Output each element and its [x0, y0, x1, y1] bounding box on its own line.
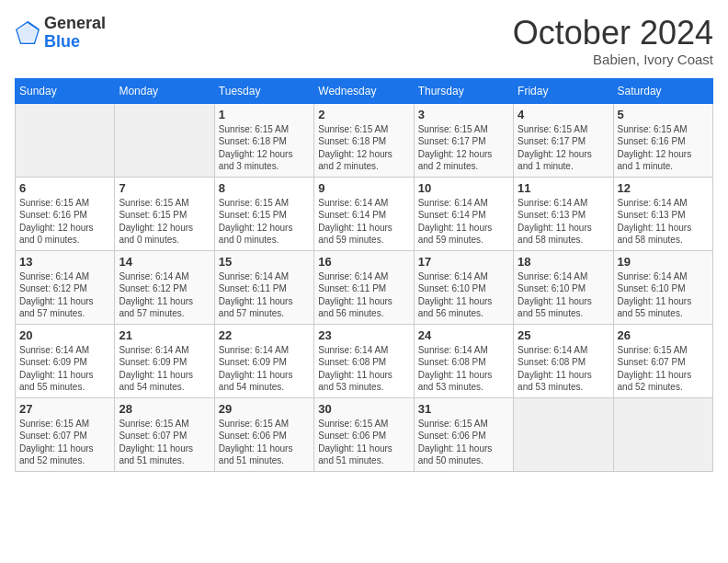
day-info: Sunrise: 6:14 AM Sunset: 6:09 PM Dayligh… — [119, 344, 210, 394]
day-number: 4 — [518, 108, 609, 121]
day-info: Sunrise: 6:14 AM Sunset: 6:12 PM Dayligh… — [19, 270, 110, 320]
day-info: Sunrise: 6:15 AM Sunset: 6:17 PM Dayligh… — [518, 123, 609, 173]
calendar-cell: 24Sunrise: 6:14 AM Sunset: 6:08 PM Dayli… — [414, 324, 513, 397]
calendar-cell: 3Sunrise: 6:15 AM Sunset: 6:17 PM Daylig… — [414, 103, 513, 177]
day-number: 23 — [318, 328, 409, 342]
day-number: 6 — [19, 181, 110, 195]
logo-text: General Blue — [44, 15, 106, 52]
day-info: Sunrise: 6:15 AM Sunset: 6:06 PM Dayligh… — [418, 418, 509, 467]
day-info: Sunrise: 6:14 AM Sunset: 6:14 PM Dayligh… — [318, 197, 409, 247]
day-number: 3 — [418, 108, 509, 121]
weekday-header-cell: Monday — [115, 78, 214, 103]
calendar-cell: 31Sunrise: 6:15 AM Sunset: 6:06 PM Dayli… — [414, 397, 513, 471]
weekday-header-row: SundayMondayTuesdayWednesdayThursdayFrid… — [16, 78, 713, 103]
day-info: Sunrise: 6:15 AM Sunset: 6:15 PM Dayligh… — [119, 197, 210, 247]
day-info: Sunrise: 6:15 AM Sunset: 6:16 PM Dayligh… — [19, 197, 110, 247]
calendar-cell: 21Sunrise: 6:14 AM Sunset: 6:09 PM Dayli… — [115, 324, 214, 397]
day-number: 24 — [418, 328, 509, 342]
calendar-cell: 11Sunrise: 6:14 AM Sunset: 6:13 PM Dayli… — [514, 177, 613, 250]
calendar-cell: 19Sunrise: 6:14 AM Sunset: 6:10 PM Dayli… — [613, 250, 712, 324]
calendar-cell: 2Sunrise: 6:15 AM Sunset: 6:18 PM Daylig… — [314, 103, 414, 177]
calendar-cell: 10Sunrise: 6:14 AM Sunset: 6:14 PM Dayli… — [414, 177, 513, 250]
day-number: 20 — [19, 328, 110, 342]
weekday-header-cell: Saturday — [613, 78, 712, 103]
day-number: 2 — [318, 108, 409, 121]
calendar-cell — [613, 397, 712, 471]
day-info: Sunrise: 6:15 AM Sunset: 6:06 PM Dayligh… — [318, 418, 409, 467]
calendar-cell — [514, 397, 613, 471]
day-info: Sunrise: 6:14 AM Sunset: 6:09 PM Dayligh… — [19, 344, 110, 394]
month-year: October 2024 — [513, 15, 713, 52]
day-number: 1 — [219, 108, 310, 121]
day-number: 18 — [518, 255, 609, 269]
day-info: Sunrise: 6:14 AM Sunset: 6:10 PM Dayligh… — [418, 270, 509, 320]
weekday-header-cell: Sunday — [16, 78, 115, 103]
title-block: October 2024 Babien, Ivory Coast — [513, 15, 713, 67]
weekday-header-cell: Tuesday — [214, 78, 313, 103]
day-number: 12 — [618, 181, 709, 195]
day-number: 19 — [618, 255, 709, 269]
location: Babien, Ivory Coast — [513, 52, 713, 67]
calendar-cell: 26Sunrise: 6:15 AM Sunset: 6:07 PM Dayli… — [613, 324, 712, 397]
calendar-cell: 28Sunrise: 6:15 AM Sunset: 6:07 PM Dayli… — [115, 397, 214, 471]
weekday-header-cell: Thursday — [414, 78, 513, 103]
day-number: 27 — [19, 402, 110, 416]
day-info: Sunrise: 6:15 AM Sunset: 6:16 PM Dayligh… — [618, 123, 709, 173]
day-info: Sunrise: 6:15 AM Sunset: 6:06 PM Dayligh… — [219, 418, 310, 467]
logo-icon — [15, 20, 40, 46]
day-number: 31 — [418, 402, 509, 416]
day-info: Sunrise: 6:14 AM Sunset: 6:13 PM Dayligh… — [618, 197, 709, 247]
day-info: Sunrise: 6:15 AM Sunset: 6:18 PM Dayligh… — [219, 123, 310, 173]
calendar-cell: 18Sunrise: 6:14 AM Sunset: 6:10 PM Dayli… — [514, 250, 613, 324]
day-info: Sunrise: 6:15 AM Sunset: 6:07 PM Dayligh… — [618, 344, 709, 394]
weekday-header-cell: Friday — [514, 78, 613, 103]
calendar-cell — [16, 103, 115, 177]
calendar-cell: 12Sunrise: 6:14 AM Sunset: 6:13 PM Dayli… — [613, 177, 712, 250]
calendar-cell: 4Sunrise: 6:15 AM Sunset: 6:17 PM Daylig… — [514, 103, 613, 177]
day-info: Sunrise: 6:14 AM Sunset: 6:08 PM Dayligh… — [418, 344, 509, 394]
calendar-week-row: 6Sunrise: 6:15 AM Sunset: 6:16 PM Daylig… — [16, 177, 713, 250]
day-number: 22 — [219, 328, 310, 342]
calendar-cell: 8Sunrise: 6:15 AM Sunset: 6:15 PM Daylig… — [214, 177, 313, 250]
day-number: 26 — [618, 328, 709, 342]
day-number: 8 — [219, 181, 310, 195]
calendar-cell: 5Sunrise: 6:15 AM Sunset: 6:16 PM Daylig… — [613, 103, 712, 177]
calendar-cell: 20Sunrise: 6:14 AM Sunset: 6:09 PM Dayli… — [16, 324, 115, 397]
calendar-cell: 27Sunrise: 6:15 AM Sunset: 6:07 PM Dayli… — [16, 397, 115, 471]
day-number: 9 — [318, 181, 409, 195]
calendar-cell: 29Sunrise: 6:15 AM Sunset: 6:06 PM Dayli… — [214, 397, 313, 471]
day-info: Sunrise: 6:15 AM Sunset: 6:17 PM Dayligh… — [418, 123, 509, 173]
calendar-cell: 7Sunrise: 6:15 AM Sunset: 6:15 PM Daylig… — [115, 177, 214, 250]
day-number: 14 — [119, 255, 210, 269]
calendar-cell: 17Sunrise: 6:14 AM Sunset: 6:10 PM Dayli… — [414, 250, 513, 324]
calendar-cell: 22Sunrise: 6:14 AM Sunset: 6:09 PM Dayli… — [214, 324, 313, 397]
logo: General Blue — [15, 15, 106, 52]
day-number: 30 — [318, 402, 409, 416]
logo-blue: Blue — [44, 32, 80, 51]
day-number: 7 — [119, 181, 210, 195]
day-info: Sunrise: 6:14 AM Sunset: 6:08 PM Dayligh… — [518, 344, 609, 394]
day-number: 5 — [618, 108, 709, 121]
day-number: 29 — [219, 402, 310, 416]
day-info: Sunrise: 6:15 AM Sunset: 6:15 PM Dayligh… — [219, 197, 310, 247]
day-number: 28 — [119, 402, 210, 416]
day-info: Sunrise: 6:14 AM Sunset: 6:10 PM Dayligh… — [618, 270, 709, 320]
calendar-body: 1Sunrise: 6:15 AM Sunset: 6:18 PM Daylig… — [16, 103, 713, 471]
day-info: Sunrise: 6:14 AM Sunset: 6:10 PM Dayligh… — [518, 270, 609, 320]
calendar-cell: 16Sunrise: 6:14 AM Sunset: 6:11 PM Dayli… — [314, 250, 414, 324]
calendar-week-row: 27Sunrise: 6:15 AM Sunset: 6:07 PM Dayli… — [16, 397, 713, 471]
day-info: Sunrise: 6:14 AM Sunset: 6:13 PM Dayligh… — [518, 197, 609, 247]
calendar-cell — [115, 103, 214, 177]
calendar-week-row: 13Sunrise: 6:14 AM Sunset: 6:12 PM Dayli… — [16, 250, 713, 324]
day-number: 15 — [219, 255, 310, 269]
day-info: Sunrise: 6:15 AM Sunset: 6:07 PM Dayligh… — [19, 418, 110, 467]
calendar-cell: 14Sunrise: 6:14 AM Sunset: 6:12 PM Dayli… — [115, 250, 214, 324]
day-number: 11 — [518, 181, 609, 195]
day-info: Sunrise: 6:15 AM Sunset: 6:18 PM Dayligh… — [318, 123, 409, 173]
page-header: General Blue October 2024 Babien, Ivory … — [15, 15, 713, 67]
day-number: 13 — [19, 255, 110, 269]
calendar-cell: 13Sunrise: 6:14 AM Sunset: 6:12 PM Dayli… — [16, 250, 115, 324]
day-info: Sunrise: 6:14 AM Sunset: 6:09 PM Dayligh… — [219, 344, 310, 394]
calendar-cell: 25Sunrise: 6:14 AM Sunset: 6:08 PM Dayli… — [514, 324, 613, 397]
day-info: Sunrise: 6:14 AM Sunset: 6:14 PM Dayligh… — [418, 197, 509, 247]
